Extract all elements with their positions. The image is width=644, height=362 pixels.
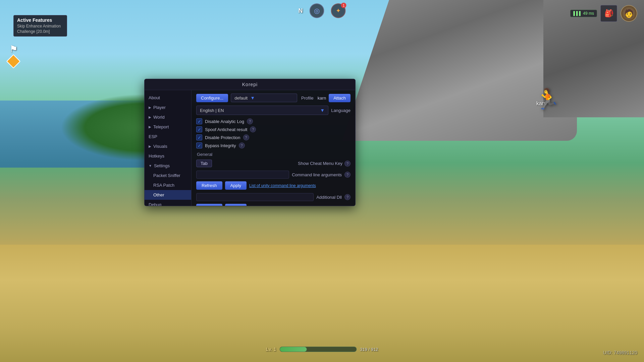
- keybind-key[interactable]: Tab: [196, 160, 212, 167]
- sidebar-label-other: Other: [153, 192, 164, 197]
- keybind-row: Tab Show Cheat Menu Key ?: [196, 160, 351, 167]
- checkmark-disable-protection: ✓: [196, 134, 202, 140]
- arrow-icon-player: ▶: [149, 106, 151, 109]
- profile-label: Profile: [301, 96, 314, 101]
- sidebar-label-packet-sniffer: Packet Sniffer: [153, 173, 180, 178]
- panel-body: About ▶ Player ▶ World ▶ Teleport ESP ▶ …: [145, 90, 355, 206]
- flag-icon: ⚑: [9, 44, 18, 55]
- buttons-row-1: Refresh Apply List of unity command line…: [196, 181, 351, 190]
- sidebar-label-settings: Settings: [154, 163, 170, 168]
- sidebar-item-packet-sniffer[interactable]: Packet Sniffer: [145, 171, 191, 180]
- uid-display: UID: 749891120: [603, 350, 637, 355]
- checkbox-spoof-anticheat[interactable]: ✓ Spoof Anticheat result ?: [196, 126, 351, 132]
- profile-dropdown-arrow: ▼: [250, 95, 255, 101]
- cmdline-label: Command line arguments: [292, 172, 342, 177]
- sidebar-item-about[interactable]: About: [145, 93, 191, 103]
- checkbox-label-disable-analytic: Disable Analytic Log: [205, 119, 244, 124]
- dll-input[interactable]: [196, 193, 314, 201]
- panel-title: Korepi: [145, 79, 355, 90]
- sidebar-item-player[interactable]: ▶ Player: [145, 103, 191, 112]
- bottom-hud: Lv. 1 319 / 912: [266, 347, 378, 352]
- content-topbar: Configure... default ▼ Profile karn Atta…: [196, 94, 351, 102]
- language-label: Language: [331, 108, 351, 113]
- keybind-label: Show Cheat Menu Key ?: [298, 161, 351, 167]
- arrow-icon-settings: ▼: [149, 164, 152, 168]
- sidebar-label-hotkeys: Hotkeys: [149, 154, 164, 159]
- checkbox-label-spoof-anticheat: Spoof Anticheat result: [205, 127, 247, 132]
- diamond-icon: [6, 54, 20, 68]
- sidebar-label-player: Player: [153, 105, 166, 110]
- character-sprite: 🏃: [535, 87, 560, 111]
- sidebar-item-other[interactable]: Other: [145, 190, 191, 200]
- arrow-icon-teleport: ▶: [149, 125, 151, 129]
- unity-cmdline-link[interactable]: List of unity command line arguments: [249, 183, 316, 188]
- quest-marker-left: ⚑: [8, 44, 18, 66]
- sidebar-label-world: World: [153, 115, 165, 120]
- sidebar-item-debug[interactable]: Debug: [145, 200, 191, 206]
- sidebar-label-rsa-patch: RSA Patch: [153, 183, 174, 188]
- help-bypass-integrity[interactable]: ?: [239, 142, 245, 148]
- apply-button-1[interactable]: Apply: [225, 181, 247, 190]
- checkmark-spoof-anticheat: ✓: [196, 126, 202, 132]
- sidebar: About ▶ Player ▶ World ▶ Teleport ESP ▶ …: [145, 90, 192, 206]
- sidebar-item-world[interactable]: ▶ World: [145, 112, 191, 122]
- hp-bar-container: Lv. 1 319 / 912: [266, 347, 378, 352]
- buttons-row-2: Refresh Apply: [196, 204, 351, 206]
- sidebar-item-hotkeys[interactable]: Hotkeys: [145, 151, 191, 161]
- hp-fill: [280, 347, 307, 352]
- inventory-icon[interactable]: 🎒: [600, 5, 617, 22]
- ping-value: 49 ms: [583, 11, 594, 16]
- cliff-decoration: [342, 0, 577, 141]
- checkmark-bypass-integrity: ✓: [196, 142, 202, 148]
- help-dll[interactable]: ?: [344, 194, 351, 200]
- active-feature-item-1: Skip Enhance Animation: [17, 23, 63, 29]
- sidebar-label-visuals: Visuals: [153, 144, 167, 149]
- sidebar-item-esp[interactable]: ESP: [145, 132, 191, 141]
- profile-default-value: default: [234, 96, 248, 101]
- checkbox-label-bypass-integrity: Bypass Integrity: [205, 143, 236, 148]
- checkmark-disable-analytic: ✓: [196, 118, 202, 124]
- sidebar-label-about: About: [149, 95, 160, 100]
- language-row: English | EN ▼ Language: [196, 106, 351, 115]
- character-portrait[interactable]: 🧑: [621, 5, 637, 22]
- main-panel: Korepi About ▶ Player ▶ World ▶ Teleport…: [144, 79, 356, 206]
- refresh-button-1[interactable]: Refresh: [196, 181, 222, 190]
- ping-display: ▌▌▌ 49 ms: [570, 10, 597, 17]
- cmdline-row: Command line arguments ?: [196, 171, 351, 179]
- sidebar-item-settings[interactable]: ▼ Settings: [145, 161, 191, 171]
- checkbox-bypass-integrity[interactable]: ✓ Bypass Integrity ?: [196, 142, 351, 148]
- arrow-icon-world: ▶: [149, 115, 151, 119]
- help-spoof-anticheat[interactable]: ?: [250, 126, 256, 132]
- checkbox-disable-protection[interactable]: ✓ Disable Protection ?: [196, 134, 351, 140]
- help-disable-analytic[interactable]: ?: [247, 118, 253, 124]
- checkbox-disable-analytic[interactable]: ✓ Disable Analytic Log ?: [196, 118, 351, 124]
- active-feature-item-2: Challenge [20.0m]: [17, 29, 63, 34]
- language-dropdown[interactable]: English | EN ▼: [196, 106, 328, 115]
- arrow-icon-visuals: ▶: [149, 144, 151, 148]
- sidebar-label-debug: Debug: [149, 202, 161, 206]
- cmdline-input[interactable]: [196, 171, 289, 179]
- help-keybind[interactable]: ?: [344, 161, 351, 167]
- sidebar-item-visuals[interactable]: ▶ Visuals: [145, 141, 191, 151]
- help-cmdline[interactable]: ?: [344, 172, 351, 178]
- active-features-title: Active Features: [17, 17, 63, 23]
- hp-bar: [279, 347, 357, 352]
- content-area: Configure... default ▼ Profile karn Atta…: [192, 90, 355, 206]
- sidebar-item-rsa-patch[interactable]: RSA Patch: [145, 180, 191, 190]
- profile-dropdown[interactable]: default ▼: [231, 94, 297, 102]
- sidebar-label-teleport: Teleport: [153, 124, 169, 129]
- active-features-overlay: Active Features Skip Enhance Animation C…: [13, 15, 67, 37]
- sidebar-label-esp: ESP: [149, 134, 157, 139]
- sidebar-item-teleport[interactable]: ▶ Teleport: [145, 122, 191, 132]
- profile-name-display: karn: [318, 96, 326, 101]
- help-disable-protection[interactable]: ?: [243, 134, 249, 140]
- ground-decoration: [0, 245, 644, 362]
- apply-button-2[interactable]: Apply: [225, 204, 247, 206]
- refresh-button-2[interactable]: Refresh: [196, 204, 222, 206]
- attach-button[interactable]: Attach: [329, 94, 351, 102]
- dll-row: Additional Dll ?: [196, 193, 351, 201]
- checkbox-label-disable-protection: Disable Protection: [205, 135, 240, 140]
- hp-text: 319 / 912: [360, 347, 378, 352]
- language-value: English | EN: [200, 108, 224, 113]
- configure-button[interactable]: Configure...: [196, 94, 228, 102]
